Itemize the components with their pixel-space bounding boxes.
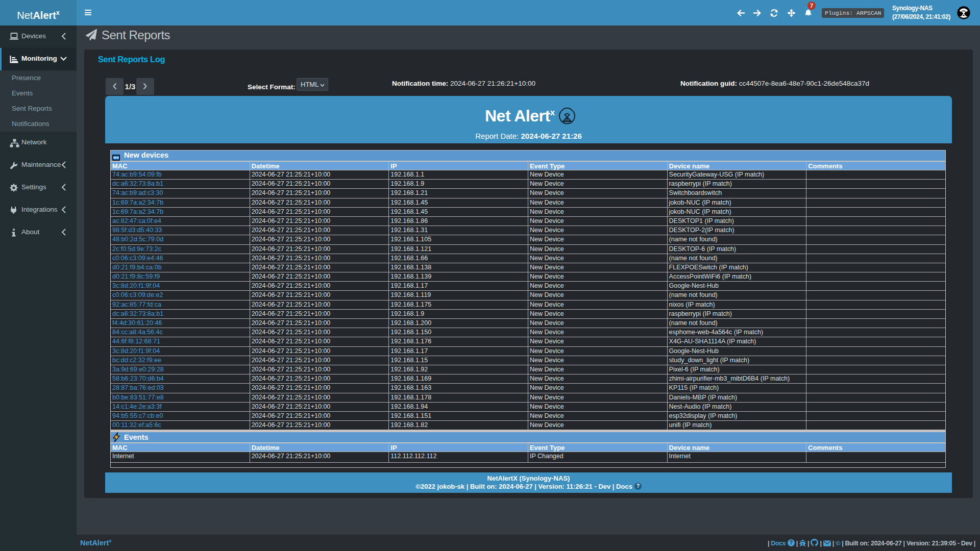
svg-text:?: ?	[790, 540, 793, 545]
svg-text:?: ?	[636, 483, 639, 489]
